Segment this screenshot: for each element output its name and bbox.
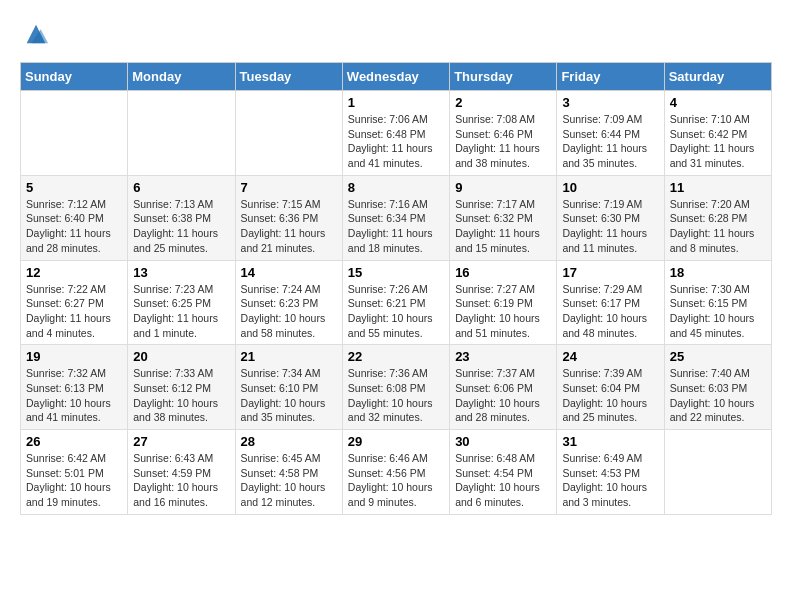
calendar-header-row: SundayMondayTuesdayWednesdayThursdayFrid…	[21, 63, 772, 91]
calendar-day-cell: 7Sunrise: 7:15 AM Sunset: 6:36 PM Daylig…	[235, 175, 342, 260]
calendar-day-cell: 12Sunrise: 7:22 AM Sunset: 6:27 PM Dayli…	[21, 260, 128, 345]
day-number: 31	[562, 434, 658, 449]
day-of-week-header: Wednesday	[342, 63, 449, 91]
day-info: Sunrise: 6:45 AM Sunset: 4:58 PM Dayligh…	[241, 451, 337, 510]
day-number: 8	[348, 180, 444, 195]
calendar-day-cell: 14Sunrise: 7:24 AM Sunset: 6:23 PM Dayli…	[235, 260, 342, 345]
calendar-day-cell: 25Sunrise: 7:40 AM Sunset: 6:03 PM Dayli…	[664, 345, 771, 430]
calendar-empty-cell	[664, 430, 771, 515]
day-info: Sunrise: 7:08 AM Sunset: 6:46 PM Dayligh…	[455, 112, 551, 171]
day-number: 24	[562, 349, 658, 364]
calendar-day-cell: 29Sunrise: 6:46 AM Sunset: 4:56 PM Dayli…	[342, 430, 449, 515]
calendar-day-cell: 17Sunrise: 7:29 AM Sunset: 6:17 PM Dayli…	[557, 260, 664, 345]
day-number: 25	[670, 349, 766, 364]
day-number: 23	[455, 349, 551, 364]
day-number: 12	[26, 265, 122, 280]
day-number: 11	[670, 180, 766, 195]
day-info: Sunrise: 6:48 AM Sunset: 4:54 PM Dayligh…	[455, 451, 551, 510]
day-number: 7	[241, 180, 337, 195]
day-of-week-header: Thursday	[450, 63, 557, 91]
calendar-day-cell: 5Sunrise: 7:12 AM Sunset: 6:40 PM Daylig…	[21, 175, 128, 260]
day-number: 13	[133, 265, 229, 280]
calendar-day-cell: 20Sunrise: 7:33 AM Sunset: 6:12 PM Dayli…	[128, 345, 235, 430]
day-info: Sunrise: 7:40 AM Sunset: 6:03 PM Dayligh…	[670, 366, 766, 425]
calendar-day-cell: 23Sunrise: 7:37 AM Sunset: 6:06 PM Dayli…	[450, 345, 557, 430]
day-number: 19	[26, 349, 122, 364]
calendar-day-cell: 8Sunrise: 7:16 AM Sunset: 6:34 PM Daylig…	[342, 175, 449, 260]
calendar-day-cell: 31Sunrise: 6:49 AM Sunset: 4:53 PM Dayli…	[557, 430, 664, 515]
day-info: Sunrise: 7:29 AM Sunset: 6:17 PM Dayligh…	[562, 282, 658, 341]
calendar-day-cell: 18Sunrise: 7:30 AM Sunset: 6:15 PM Dayli…	[664, 260, 771, 345]
calendar-day-cell: 19Sunrise: 7:32 AM Sunset: 6:13 PM Dayli…	[21, 345, 128, 430]
logo-icon	[22, 20, 50, 48]
calendar-week-row: 12Sunrise: 7:22 AM Sunset: 6:27 PM Dayli…	[21, 260, 772, 345]
day-info: Sunrise: 7:06 AM Sunset: 6:48 PM Dayligh…	[348, 112, 444, 171]
day-number: 2	[455, 95, 551, 110]
calendar-day-cell: 21Sunrise: 7:34 AM Sunset: 6:10 PM Dayli…	[235, 345, 342, 430]
calendar-day-cell: 15Sunrise: 7:26 AM Sunset: 6:21 PM Dayli…	[342, 260, 449, 345]
day-info: Sunrise: 7:32 AM Sunset: 6:13 PM Dayligh…	[26, 366, 122, 425]
calendar-day-cell: 27Sunrise: 6:43 AM Sunset: 4:59 PM Dayli…	[128, 430, 235, 515]
calendar-day-cell: 24Sunrise: 7:39 AM Sunset: 6:04 PM Dayli…	[557, 345, 664, 430]
day-number: 9	[455, 180, 551, 195]
day-info: Sunrise: 7:33 AM Sunset: 6:12 PM Dayligh…	[133, 366, 229, 425]
day-number: 16	[455, 265, 551, 280]
day-number: 26	[26, 434, 122, 449]
day-number: 28	[241, 434, 337, 449]
calendar-day-cell: 11Sunrise: 7:20 AM Sunset: 6:28 PM Dayli…	[664, 175, 771, 260]
day-number: 4	[670, 95, 766, 110]
calendar-day-cell: 6Sunrise: 7:13 AM Sunset: 6:38 PM Daylig…	[128, 175, 235, 260]
calendar-day-cell: 9Sunrise: 7:17 AM Sunset: 6:32 PM Daylig…	[450, 175, 557, 260]
day-info: Sunrise: 7:27 AM Sunset: 6:19 PM Dayligh…	[455, 282, 551, 341]
day-number: 20	[133, 349, 229, 364]
day-info: Sunrise: 7:16 AM Sunset: 6:34 PM Dayligh…	[348, 197, 444, 256]
calendar-table: SundayMondayTuesdayWednesdayThursdayFrid…	[20, 62, 772, 515]
day-info: Sunrise: 7:24 AM Sunset: 6:23 PM Dayligh…	[241, 282, 337, 341]
calendar-day-cell: 2Sunrise: 7:08 AM Sunset: 6:46 PM Daylig…	[450, 91, 557, 176]
calendar-day-cell: 10Sunrise: 7:19 AM Sunset: 6:30 PM Dayli…	[557, 175, 664, 260]
day-of-week-header: Saturday	[664, 63, 771, 91]
day-of-week-header: Sunday	[21, 63, 128, 91]
calendar-empty-cell	[235, 91, 342, 176]
day-info: Sunrise: 7:22 AM Sunset: 6:27 PM Dayligh…	[26, 282, 122, 341]
calendar-day-cell: 4Sunrise: 7:10 AM Sunset: 6:42 PM Daylig…	[664, 91, 771, 176]
day-number: 15	[348, 265, 444, 280]
calendar-week-row: 1Sunrise: 7:06 AM Sunset: 6:48 PM Daylig…	[21, 91, 772, 176]
calendar-day-cell: 13Sunrise: 7:23 AM Sunset: 6:25 PM Dayli…	[128, 260, 235, 345]
day-info: Sunrise: 7:36 AM Sunset: 6:08 PM Dayligh…	[348, 366, 444, 425]
day-number: 1	[348, 95, 444, 110]
day-info: Sunrise: 7:37 AM Sunset: 6:06 PM Dayligh…	[455, 366, 551, 425]
day-number: 29	[348, 434, 444, 449]
calendar-day-cell: 16Sunrise: 7:27 AM Sunset: 6:19 PM Dayli…	[450, 260, 557, 345]
day-info: Sunrise: 7:23 AM Sunset: 6:25 PM Dayligh…	[133, 282, 229, 341]
day-info: Sunrise: 7:19 AM Sunset: 6:30 PM Dayligh…	[562, 197, 658, 256]
day-info: Sunrise: 7:10 AM Sunset: 6:42 PM Dayligh…	[670, 112, 766, 171]
calendar-empty-cell	[128, 91, 235, 176]
day-number: 14	[241, 265, 337, 280]
calendar-day-cell: 22Sunrise: 7:36 AM Sunset: 6:08 PM Dayli…	[342, 345, 449, 430]
day-of-week-header: Monday	[128, 63, 235, 91]
calendar-day-cell: 28Sunrise: 6:45 AM Sunset: 4:58 PM Dayli…	[235, 430, 342, 515]
day-info: Sunrise: 7:20 AM Sunset: 6:28 PM Dayligh…	[670, 197, 766, 256]
day-info: Sunrise: 7:09 AM Sunset: 6:44 PM Dayligh…	[562, 112, 658, 171]
day-number: 27	[133, 434, 229, 449]
calendar-week-row: 26Sunrise: 6:42 AM Sunset: 5:01 PM Dayli…	[21, 430, 772, 515]
calendar-week-row: 5Sunrise: 7:12 AM Sunset: 6:40 PM Daylig…	[21, 175, 772, 260]
day-of-week-header: Friday	[557, 63, 664, 91]
page-header	[20, 20, 772, 52]
day-info: Sunrise: 7:39 AM Sunset: 6:04 PM Dayligh…	[562, 366, 658, 425]
day-info: Sunrise: 6:43 AM Sunset: 4:59 PM Dayligh…	[133, 451, 229, 510]
calendar-day-cell: 30Sunrise: 6:48 AM Sunset: 4:54 PM Dayli…	[450, 430, 557, 515]
day-info: Sunrise: 6:49 AM Sunset: 4:53 PM Dayligh…	[562, 451, 658, 510]
day-number: 10	[562, 180, 658, 195]
day-number: 17	[562, 265, 658, 280]
day-info: Sunrise: 6:42 AM Sunset: 5:01 PM Dayligh…	[26, 451, 122, 510]
day-info: Sunrise: 7:12 AM Sunset: 6:40 PM Dayligh…	[26, 197, 122, 256]
day-info: Sunrise: 7:17 AM Sunset: 6:32 PM Dayligh…	[455, 197, 551, 256]
day-number: 6	[133, 180, 229, 195]
calendar-day-cell: 1Sunrise: 7:06 AM Sunset: 6:48 PM Daylig…	[342, 91, 449, 176]
day-info: Sunrise: 7:15 AM Sunset: 6:36 PM Dayligh…	[241, 197, 337, 256]
calendar-empty-cell	[21, 91, 128, 176]
day-number: 5	[26, 180, 122, 195]
day-of-week-header: Tuesday	[235, 63, 342, 91]
